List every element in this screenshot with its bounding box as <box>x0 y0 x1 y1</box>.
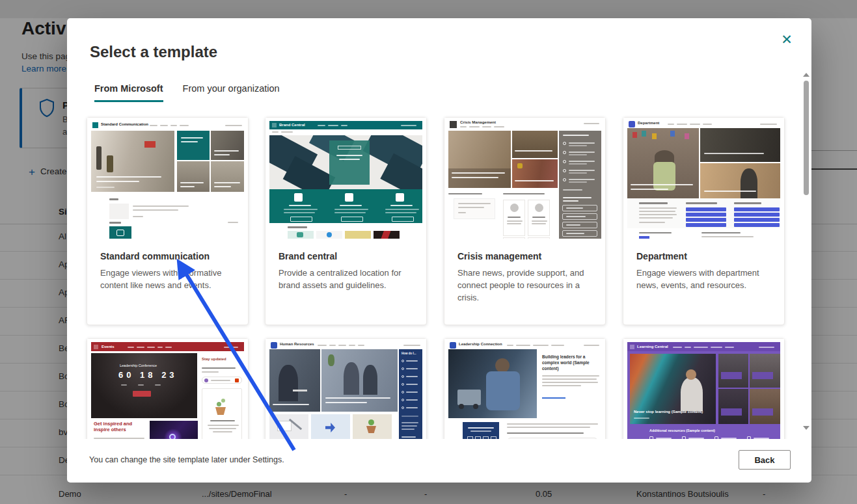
template-card-standard-communication[interactable]: Standard Communication <box>87 117 249 325</box>
template-card-human-resources[interactable]: Human Resources How do I... <box>265 338 427 439</box>
template-card-crisis-management[interactable]: Crisis Management <box>444 117 606 325</box>
thumbnail-brand-central: Brand Central <box>265 118 426 239</box>
thumbnail-standard-communication: Standard Communication <box>87 118 248 239</box>
dialog-title: Select a template <box>90 43 217 61</box>
template-source-tabs: From Microsoft From your organization <box>94 83 280 102</box>
template-description: Engage viewers with informative content … <box>100 267 235 292</box>
template-card-department[interactable]: Department <box>623 117 785 325</box>
template-title: Brand central <box>279 251 413 261</box>
thumbnail-events: Events Leadership Conference 60 18 23 St… <box>87 339 248 439</box>
template-title: Crisis management <box>457 251 592 261</box>
template-description: Provide a centralized location for brand… <box>279 267 413 292</box>
tab-from-your-organization[interactable]: From your organization <box>183 83 280 102</box>
scrollbar-thumb[interactable] <box>804 81 809 195</box>
template-card-leadership-connection[interactable]: Leadership Connection Building leaders f… <box>444 338 606 439</box>
template-card-brand-central[interactable]: Brand Central <box>265 117 427 325</box>
scrollbar-down-arrow[interactable] <box>803 426 809 430</box>
thumbnail-leadership-connection: Leadership Connection Building leaders f… <box>444 339 605 439</box>
template-gallery: Standard Communication <box>67 109 802 439</box>
thumbnail-department: Department <box>623 118 784 239</box>
thumbnail-human-resources: Human Resources How do I... <box>265 339 426 439</box>
template-description: Share news, provide support, and connect… <box>457 267 592 304</box>
tab-from-microsoft[interactable]: From Microsoft <box>94 83 163 102</box>
select-template-dialog: ✕ Select a template From Microsoft From … <box>67 18 811 483</box>
thumbnail-crisis-management: Crisis Management <box>444 118 605 239</box>
footer-note: You can change the site template later u… <box>89 455 284 464</box>
template-card-learning-central[interactable]: Learning Central Never stop learning (Sa… <box>623 338 785 439</box>
scrollbar-up-arrow[interactable] <box>803 73 809 77</box>
template-title: Department <box>636 251 771 261</box>
back-button[interactable]: Back <box>739 450 791 470</box>
template-description: Engage viewers with department news, eve… <box>636 267 771 292</box>
template-card-events[interactable]: Events Leadership Conference 60 18 23 St… <box>87 338 249 439</box>
template-title: Standard communication <box>100 251 235 261</box>
close-icon: ✕ <box>781 33 793 46</box>
close-button[interactable]: ✕ <box>776 29 797 49</box>
thumbnail-learning-central: Learning Central Never stop learning (Sa… <box>623 339 784 439</box>
